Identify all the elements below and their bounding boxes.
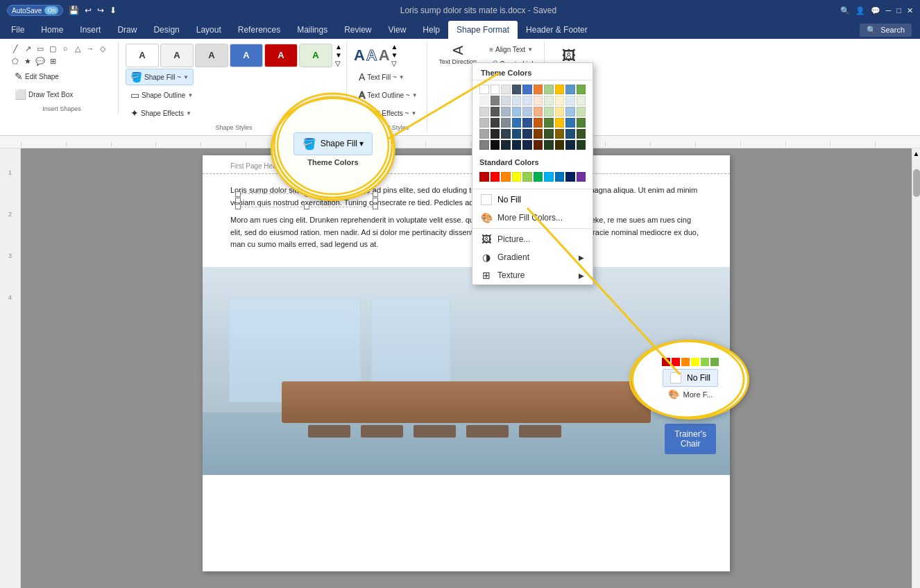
- arrow-shape[interactable]: ↗: [22, 43, 33, 54]
- color-cell[interactable]: [534, 129, 543, 139]
- callout-shape[interactable]: 💬: [35, 55, 46, 67]
- wordart-style-3[interactable]: A: [379, 46, 390, 64]
- color-cell[interactable]: [522, 140, 532, 150]
- std-color-red[interactable]: [491, 172, 500, 182]
- comments-icon[interactable]: 💬: [871, 6, 880, 15]
- more-shapes[interactable]: ⊞: [47, 55, 58, 67]
- color-cell[interactable]: [565, 140, 575, 150]
- close-icon[interactable]: ✕: [907, 6, 913, 15]
- std-color-yellow[interactable]: [512, 172, 522, 182]
- style-btn-2[interactable]: A: [160, 44, 194, 67]
- undo-icon[interactable]: ↩: [85, 6, 92, 15]
- std-color-darkblue[interactable]: [565, 172, 575, 182]
- color-cell[interactable]: [512, 118, 522, 128]
- color-cell[interactable]: [577, 96, 586, 105]
- color-cell[interactable]: [501, 129, 511, 139]
- color-cell[interactable]: [534, 85, 543, 94]
- style-scroll-more[interactable]: ▽: [335, 60, 342, 67]
- std-color-darkred[interactable]: [479, 172, 489, 182]
- shape-fill-chevron[interactable]: ▼: [183, 74, 189, 80]
- scroll-up-btn[interactable]: ▲: [912, 148, 920, 159]
- std-color-purple[interactable]: [577, 172, 586, 182]
- search-icon[interactable]: 🔍: [840, 6, 850, 15]
- resize-handle-left[interactable]: [235, 198, 241, 203]
- color-cell[interactable]: [512, 129, 522, 139]
- tab-design[interactable]: Design: [145, 21, 187, 39]
- zoom-more-fill[interactable]: 🎨 More F...: [663, 387, 719, 401]
- color-cell[interactable]: [544, 118, 554, 128]
- color-cell[interactable]: [479, 96, 489, 105]
- color-cell[interactable]: [534, 107, 543, 116]
- rtarrow-shape[interactable]: →: [85, 43, 96, 54]
- color-cell[interactable]: [544, 85, 554, 94]
- redo-icon[interactable]: ↪: [97, 6, 104, 15]
- style-btn-6[interactable]: A: [299, 44, 332, 67]
- style-scroll-up[interactable]: ▲: [335, 43, 342, 51]
- tab-view[interactable]: View: [380, 21, 415, 39]
- rounded-rect[interactable]: ▢: [47, 43, 58, 54]
- color-cell[interactable]: [565, 96, 575, 105]
- resize-handle-tl[interactable]: [235, 191, 241, 197]
- resize-handle-right[interactable]: [373, 198, 378, 203]
- more-icon[interactable]: ⬇: [110, 6, 117, 15]
- edit-shape-btn[interactable]: ✎ Edit Shape: [10, 68, 64, 85]
- autosave-state[interactable]: On: [44, 6, 58, 15]
- color-cell[interactable]: [501, 85, 511, 94]
- shape-fill-btn[interactable]: 🪣 Shape Fill ~ ▼: [126, 69, 194, 85]
- save-icon[interactable]: 💾: [69, 6, 79, 15]
- color-cell[interactable]: [501, 96, 511, 105]
- user-icon[interactable]: 👤: [855, 6, 865, 15]
- text-fill-btn[interactable]: A Text Fill ~ ▼: [354, 69, 423, 85]
- color-cell[interactable]: [491, 107, 500, 116]
- shape-effects-chevron[interactable]: ▼: [186, 110, 191, 116]
- tab-file[interactable]: File: [3, 21, 33, 39]
- color-cell[interactable]: [522, 118, 532, 128]
- color-cell[interactable]: [512, 85, 522, 94]
- color-cell[interactable]: [491, 85, 500, 94]
- color-cell[interactable]: [522, 85, 532, 94]
- style-btn-5[interactable]: A: [264, 44, 298, 67]
- picture-item[interactable]: 🖼 Picture...: [472, 230, 593, 248]
- style-btn-1[interactable]: A: [126, 44, 159, 67]
- color-cell[interactable]: [555, 85, 565, 94]
- text-fill-chevron[interactable]: ▼: [399, 74, 404, 80]
- wordart-style-1[interactable]: A: [354, 46, 365, 64]
- color-cell[interactable]: [479, 118, 489, 128]
- color-cell[interactable]: [522, 107, 532, 116]
- color-cell[interactable]: [512, 107, 522, 116]
- color-cell[interactable]: [555, 118, 565, 128]
- style-scroll-down[interactable]: ▼: [335, 51, 342, 59]
- rect-shape[interactable]: ▭: [35, 43, 46, 54]
- tab-mailings[interactable]: Mailings: [289, 21, 336, 39]
- color-cell[interactable]: [522, 96, 532, 105]
- style-btn-3[interactable]: A: [195, 44, 228, 67]
- tab-shape-format[interactable]: Shape Format: [448, 21, 518, 39]
- text-outline-btn[interactable]: A Text Outline ~ ▼: [354, 87, 423, 103]
- color-cell[interactable]: [565, 85, 575, 94]
- style-btn-4[interactable]: A: [230, 44, 263, 67]
- color-cell[interactable]: [565, 129, 575, 139]
- resize-handle-br[interactable]: [373, 204, 378, 209]
- std-color-green[interactable]: [534, 172, 543, 182]
- color-cell[interactable]: [491, 140, 500, 150]
- resize-handle-bl[interactable]: [235, 204, 241, 209]
- color-cell[interactable]: [577, 140, 586, 150]
- wordart-scroll-up[interactable]: ▲: [391, 43, 398, 51]
- tab-home[interactable]: Home: [33, 21, 71, 39]
- zoom-shape-fill-btn[interactable]: 🪣 Shape Fill ▾: [293, 132, 373, 155]
- search-label[interactable]: Search: [880, 26, 905, 34]
- tab-header-footer[interactable]: Header & Footer: [518, 21, 596, 39]
- shape-effects-btn[interactable]: ✦ Shape Effects ▼: [126, 105, 196, 121]
- tab-review[interactable]: Review: [336, 21, 380, 39]
- zoom-no-fill-item[interactable]: No Fill: [663, 369, 718, 387]
- color-cell[interactable]: [501, 140, 511, 150]
- color-cell[interactable]: [479, 140, 489, 150]
- color-cell[interactable]: [544, 129, 554, 139]
- color-cell[interactable]: [491, 96, 500, 105]
- color-cell[interactable]: [565, 118, 575, 128]
- color-cell[interactable]: [491, 129, 500, 139]
- diamond-shape[interactable]: ◇: [97, 43, 108, 54]
- wordart-scroll-more[interactable]: ▽: [391, 60, 398, 67]
- text-outline-chevron[interactable]: ▼: [412, 92, 418, 98]
- color-cell[interactable]: [479, 129, 489, 139]
